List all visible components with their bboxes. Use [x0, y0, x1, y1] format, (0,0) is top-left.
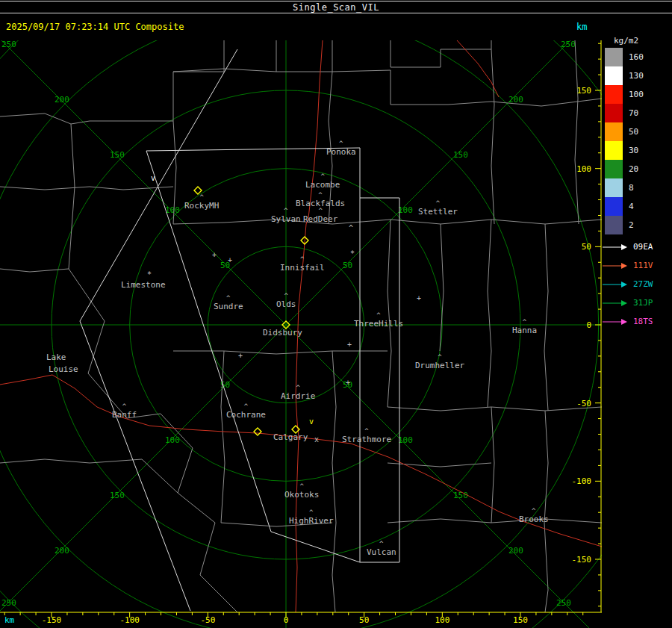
colorbar-swatch — [605, 104, 623, 122]
map-marker: + — [347, 341, 352, 349]
colorbar-value: 100 — [629, 90, 644, 99]
y-tick-label: 50 — [582, 242, 591, 252]
site-id-label: 31JP — [633, 298, 653, 308]
colorbar-entry: 8 — [605, 178, 644, 197]
site-legend-row: 18TS — [602, 312, 653, 331]
city-label: Calgary — [273, 432, 308, 442]
town-marker: ^ — [379, 540, 384, 547]
range-ring-label: 100 — [398, 205, 413, 215]
town-marker: ^ — [284, 207, 288, 214]
colorbar-swatch — [605, 66, 623, 85]
city-label: Airdrie — [281, 391, 315, 401]
scan-timestamp: 2025/09/17 07:23:14 UTC Composite — [6, 22, 184, 32]
town-marker: ^ — [299, 482, 304, 490]
site-id-label: 27ZW — [633, 279, 653, 289]
y-tick-label: 100 — [576, 164, 591, 174]
radar-app-window: Single_Scan_VIL 2025/09/17 07:23:14 UTC … — [0, 0, 672, 628]
city-label: Lacombe — [305, 180, 340, 190]
map-marker: v — [309, 417, 314, 426]
colorbar-entry: 160 — [605, 48, 644, 66]
range-ring-label: 250 — [1, 598, 16, 608]
county-boundary — [0, 459, 178, 493]
x-tick-label: -50 — [200, 615, 215, 625]
colorbar-swatch — [605, 160, 623, 178]
range-ring-label: 150 — [110, 491, 125, 500]
city-label: Innisfail — [280, 263, 325, 273]
county-boundary — [221, 351, 225, 523]
county-boundary — [332, 351, 336, 612]
county-boundary — [544, 411, 548, 612]
town-marker: ^ — [244, 402, 249, 410]
county-boundary — [69, 124, 237, 612]
town-marker: ^ — [364, 427, 369, 435]
x-tick-label: 150 — [513, 615, 528, 625]
county-boundary — [329, 40, 332, 224]
town-marker: ^ — [296, 384, 300, 391]
colorbar-swatch — [605, 178, 623, 197]
map-marker: + — [212, 251, 217, 259]
range-ring-label: 100 — [398, 435, 413, 445]
radar-site-marker — [254, 428, 261, 435]
range-ring-label: 200 — [55, 546, 69, 556]
colorbar-swatch — [605, 85, 623, 104]
county-boundary — [544, 224, 548, 411]
city-label: Sylvan — [271, 214, 301, 224]
county-boundary — [575, 40, 579, 224]
radar-map-display[interactable]: 5010015020025050100150200250501001502002… — [0, 40, 602, 628]
city-label: Strathmore — [342, 435, 391, 444]
colorbar-value: 130 — [629, 71, 644, 81]
colorbar-value: 2 — [629, 220, 634, 230]
county-boundary — [388, 220, 391, 407]
county-boundary — [173, 351, 388, 354]
town-marker: ^ — [320, 172, 325, 180]
range-ring-label: 50 — [343, 261, 352, 270]
map-marker: + — [417, 294, 421, 302]
map-marker: * — [350, 249, 355, 258]
colorbar-value: 30 — [629, 146, 638, 155]
range-ring-label: 150 — [110, 150, 125, 160]
colorbar-value: 4 — [629, 202, 634, 211]
colorbar-entry: 130 — [605, 66, 644, 85]
map-marker: v — [151, 174, 155, 182]
colorbar-entry: 2 — [605, 216, 644, 234]
city-label: Louise — [49, 364, 78, 374]
city-label: Stettler — [418, 207, 458, 217]
city-label: Olds — [276, 299, 296, 309]
city-label: Lake — [46, 352, 66, 362]
colorbar-value: 70 — [629, 108, 638, 118]
range-ring-label: 200 — [508, 546, 523, 556]
city-label: Sundre — [214, 302, 243, 311]
map-marker: + — [228, 256, 232, 264]
colorbar-entry: 4 — [605, 197, 644, 216]
highway — [296, 40, 323, 612]
colorbar-value: 20 — [629, 164, 638, 174]
city-label: HighRiver — [289, 516, 334, 526]
county-boundary — [391, 40, 491, 67]
colorbar-entry: 100 — [605, 85, 644, 104]
town-marker: ^ — [438, 353, 442, 361]
x-tick-label: 50 — [359, 615, 369, 625]
county-boundary — [0, 269, 69, 272]
colorbar-entry: 30 — [605, 141, 644, 160]
city-label: Cochrane — [226, 410, 266, 420]
y-tick-label: -50 — [576, 399, 591, 408]
colorbar: 16013010070503020842 — [605, 48, 644, 234]
city-label: Vulcan — [367, 547, 396, 557]
y-tick-label: -150 — [572, 555, 592, 565]
colorbar-value: 50 — [629, 127, 638, 137]
y-tick-label: 150 — [576, 86, 591, 96]
y-axis-unit-label: km — [576, 22, 587, 32]
titlebar-rule-top — [0, 1, 672, 1]
city-label: Drumheller — [415, 361, 465, 370]
colorbar-value: 160 — [629, 52, 644, 62]
city-label: Hanna — [512, 326, 537, 335]
range-ring-label: 100 — [165, 435, 180, 445]
range-ring-label: 200 — [55, 95, 69, 105]
range-ring-label: 250 — [1, 40, 16, 49]
town-marker: ^ — [284, 292, 288, 299]
colorbar-swatch — [605, 141, 623, 160]
town-marker: ^ — [318, 207, 323, 214]
range-ring-label: 150 — [453, 150, 468, 160]
titlebar-rule-bottom — [0, 13, 672, 13]
colorbar-unit-label: kg/m2 — [614, 36, 638, 46]
